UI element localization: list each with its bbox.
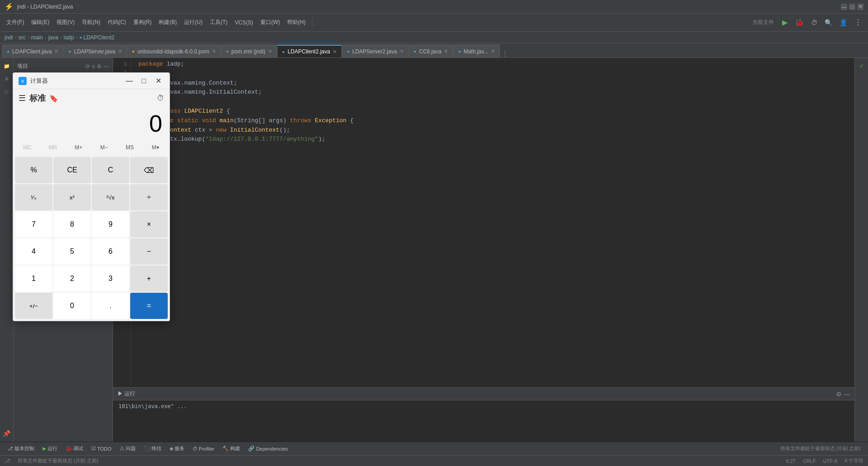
tab-close-ldapserver2[interactable]: ✕ bbox=[400, 48, 404, 54]
toolbar-more-btn[interactable]: ⋮ bbox=[852, 17, 864, 28]
tab-unboundid[interactable]: ● unboundid-ldapsdk-6.0.0.pom ✕ bbox=[127, 45, 221, 57]
calc-btn-backspace[interactable]: ⌫ bbox=[130, 157, 168, 183]
calc-btn-ms[interactable]: MS bbox=[118, 140, 142, 155]
calc-btn-1[interactable]: 1 bbox=[15, 266, 52, 292]
calc-btn-c[interactable]: C bbox=[92, 157, 129, 183]
menu-build[interactable]: 构建(B) bbox=[156, 17, 179, 28]
calc-btn-equals[interactable]: = bbox=[130, 293, 168, 319]
calc-btn-percent[interactable]: % bbox=[15, 157, 52, 183]
btn-version-control[interactable]: ⎇ 版本控制 bbox=[4, 444, 38, 453]
btn-dependencies[interactable]: 🔗 Dependencies bbox=[245, 445, 291, 452]
tab-pomxml[interactable]: ● pom.xml (jndi) ✕ bbox=[221, 45, 277, 57]
code-content[interactable]: package ladp; import javax.naming.Contex… bbox=[131, 60, 854, 385]
tab-ldapclient[interactable]: ● LDAPClient.java ✕ bbox=[2, 45, 63, 57]
tab-close-ldapclient2[interactable]: ✕ bbox=[333, 49, 337, 55]
calc-history-icon[interactable]: ⏱ bbox=[157, 94, 164, 102]
calc-btn-2[interactable]: 2 bbox=[53, 266, 91, 292]
sidebar-structure-icon[interactable]: ≡ bbox=[1, 73, 12, 84]
terminal-settings-icon[interactable]: ⚙ bbox=[836, 390, 842, 398]
tab-close-math[interactable]: ✕ bbox=[491, 48, 495, 54]
btn-build[interactable]: 🔨 构建 bbox=[219, 444, 244, 453]
btn-todo[interactable]: ☑ TODO bbox=[88, 445, 115, 452]
calc-btn-decimal[interactable]: . bbox=[92, 293, 129, 319]
calc-btn-6[interactable]: 6 bbox=[92, 238, 129, 265]
calc-btn-reciprocal[interactable]: ¹∕ₓ bbox=[15, 184, 52, 210]
calc-btn-mplus[interactable]: M+ bbox=[66, 140, 91, 155]
tab-close-ldapclient[interactable]: ✕ bbox=[54, 48, 58, 54]
sidebar-pin-icon[interactable]: 📌 bbox=[1, 428, 12, 439]
btn-debug[interactable]: 🐞 调试 bbox=[62, 444, 87, 453]
calc-btn-mdown[interactable]: M▾ bbox=[143, 140, 168, 155]
toolbar-run-btn[interactable]: ▶ bbox=[779, 17, 790, 28]
toolbar-search-btn[interactable]: 🔍 bbox=[822, 18, 835, 28]
menu-window[interactable]: 窗口(W) bbox=[258, 17, 283, 28]
menu-navigate[interactable]: 导航(N) bbox=[79, 17, 103, 28]
sidebar-project-icon[interactable]: 📁 bbox=[1, 61, 12, 71]
breadcrumb-item-ladp[interactable]: ladp bbox=[64, 34, 74, 41]
tab-math[interactable]: ● Math.jav... ✕ bbox=[453, 45, 500, 57]
btn-problems[interactable]: ⚠ 问题 bbox=[116, 444, 139, 453]
btn-run[interactable]: ▶ 运行 bbox=[39, 444, 61, 453]
tab-close-unboundid[interactable]: ✕ bbox=[212, 48, 216, 54]
calc-btn-ce[interactable]: CE bbox=[53, 157, 91, 183]
menu-view[interactable]: 视图(V) bbox=[54, 17, 77, 28]
terminal-run-label[interactable]: ▶ 运行 bbox=[118, 390, 135, 398]
toolbar-profile-btn[interactable]: ⏱ bbox=[808, 18, 820, 28]
tab-ldapserver2[interactable]: ● LDAPServer2.java ✕ bbox=[342, 45, 409, 57]
menu-tools[interactable]: 工具(T) bbox=[207, 17, 230, 28]
toolbar-debug-btn[interactable]: 🐞 bbox=[792, 17, 807, 28]
menu-refactor[interactable]: 重构(R) bbox=[131, 17, 155, 28]
calc-hamburger-icon[interactable]: ☰ bbox=[19, 93, 26, 103]
btn-services[interactable]: ◈ 服务 bbox=[166, 444, 188, 453]
right-sidebar-icon1[interactable]: ✓ bbox=[856, 61, 867, 71]
calc-btn-0[interactable]: 0 bbox=[53, 293, 91, 319]
calc-btn-mr[interactable]: MR bbox=[41, 140, 66, 155]
tab-cc6[interactable]: ● CC6.java ✕ bbox=[409, 45, 453, 57]
breadcrumb-item-jndi[interactable]: jndi bbox=[5, 34, 13, 41]
calc-btn-mc[interactable]: MC bbox=[15, 140, 40, 155]
calc-btn-negate[interactable]: +/− bbox=[15, 293, 52, 319]
calc-btn-7[interactable]: 7 bbox=[15, 211, 52, 238]
calc-btn-5[interactable]: 5 bbox=[53, 238, 91, 265]
calc-book-icon[interactable]: 🔖 bbox=[49, 94, 58, 103]
calc-btn-mminus[interactable]: M− bbox=[92, 140, 117, 155]
menu-help[interactable]: 帮助(H) bbox=[284, 17, 308, 28]
breadcrumb-item-main[interactable]: main bbox=[31, 34, 43, 41]
menu-vcs[interactable]: VCS(S) bbox=[232, 18, 256, 27]
calc-btn-subtract[interactable]: − bbox=[130, 238, 168, 265]
calc-btn-3[interactable]: 3 bbox=[92, 266, 129, 292]
btn-profiler[interactable]: ⏱ Profiler bbox=[189, 445, 218, 452]
calc-maximize-button[interactable]: □ bbox=[138, 75, 150, 87]
sidebar-favorites-icon[interactable]: ☆ bbox=[1, 86, 12, 97]
calc-btn-divide[interactable]: ÷ bbox=[130, 184, 168, 210]
file-tree-sync-icon[interactable]: ⟳ bbox=[85, 63, 90, 70]
toolbar-user-btn[interactable]: 👤 bbox=[837, 18, 850, 28]
menu-code[interactable]: 代码(C) bbox=[105, 17, 129, 28]
menu-file[interactable]: 文件(F) bbox=[4, 17, 27, 28]
tab-close-ldapserver[interactable]: ✕ bbox=[118, 48, 122, 54]
tab-ldapclient2[interactable]: ● LDAPClient2.java ✕ bbox=[277, 45, 342, 57]
menu-run[interactable]: 运行(U) bbox=[181, 17, 205, 28]
tab-close-cc6[interactable]: ✕ bbox=[444, 48, 448, 54]
file-tree-collapse-icon[interactable]: ≡ bbox=[92, 63, 95, 70]
file-tree-minus-icon[interactable]: — bbox=[104, 63, 109, 70]
tab-close-pomxml[interactable]: ✕ bbox=[268, 48, 272, 54]
file-tree-settings-icon[interactable]: ⚙ bbox=[97, 63, 102, 70]
calc-btn-add[interactable]: + bbox=[130, 266, 168, 292]
minimize-button[interactable]: — bbox=[841, 4, 847, 10]
calc-btn-multiply[interactable]: × bbox=[130, 211, 168, 238]
calc-btn-8[interactable]: 8 bbox=[53, 211, 91, 238]
breadcrumb-item-src[interactable]: src bbox=[19, 34, 26, 41]
breadcrumb-item-java[interactable]: java bbox=[48, 34, 58, 41]
calc-btn-9[interactable]: 9 bbox=[92, 211, 129, 238]
calc-btn-square[interactable]: x² bbox=[53, 184, 91, 210]
calc-btn-sqrt[interactable]: ²√x bbox=[92, 184, 129, 210]
calc-minimize-button[interactable]: — bbox=[123, 75, 135, 87]
menu-edit[interactable]: 编辑(E) bbox=[28, 17, 52, 28]
tab-overflow-btn[interactable]: ⋮ bbox=[502, 50, 508, 57]
btn-terminal[interactable]: ⬛ 终结 bbox=[140, 444, 165, 453]
close-button[interactable]: ✕ bbox=[857, 4, 863, 10]
calc-close-button[interactable]: ✕ bbox=[152, 75, 164, 87]
tab-ldapserver[interactable]: ● LDAPServer.java ✕ bbox=[63, 45, 127, 57]
maximize-button[interactable]: □ bbox=[849, 4, 855, 10]
